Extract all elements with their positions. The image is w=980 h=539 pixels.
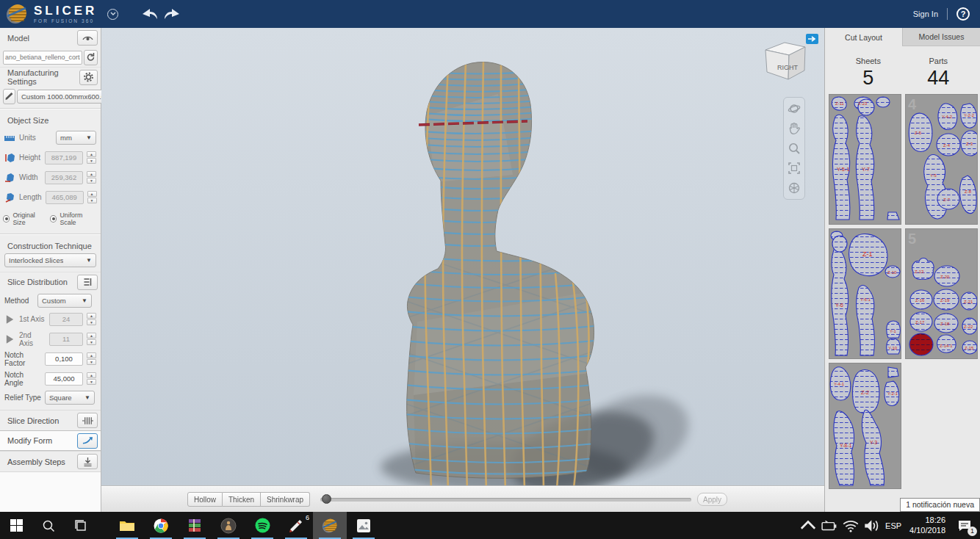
form-amount-slider[interactable] (320, 498, 691, 502)
taskbar-slicer-active[interactable] (313, 512, 347, 539)
length-input[interactable] (46, 191, 84, 204)
modify-form-toolbar: Hollow Thicken Shrinkwrap Apply (101, 486, 824, 512)
wifi-icon[interactable] (843, 518, 859, 533)
taskbar-photos[interactable] (347, 512, 381, 539)
pencil-icon (4, 91, 15, 101)
taskbar-file-explorer[interactable] (110, 512, 144, 539)
undo-button[interactable] (140, 7, 159, 21)
method-label: Method (4, 297, 34, 305)
help-button[interactable]: ? (956, 7, 970, 21)
notification-toast[interactable]: 1 notificación nueva (900, 498, 980, 512)
notch-factor-stepper[interactable]: ▲▼ (87, 352, 96, 365)
height-stepper[interactable]: ▲▼ (87, 151, 96, 164)
tab-cut-layout[interactable]: Cut Layout (825, 28, 902, 46)
list-options-icon (82, 277, 93, 287)
notch-angle-stepper[interactable]: ▲▼ (87, 372, 96, 385)
relief-type-dropdown[interactable]: Square ▼ (45, 391, 95, 405)
assembly-steps-button[interactable] (77, 454, 98, 469)
edit-preset-button[interactable] (3, 89, 15, 104)
sheet-thumbnail-2[interactable]: Z-5 Y-4-2 Y-2-2 Z-4 Z-3 Y-5 Z-7 Z-8 4 (905, 94, 978, 225)
redo-button[interactable] (162, 7, 181, 21)
slice-direction-button[interactable] (77, 413, 98, 428)
zoom-tool-icon[interactable] (788, 142, 801, 155)
start-button[interactable] (0, 512, 32, 539)
parts-count: 44 (927, 67, 949, 90)
method-dropdown[interactable]: Custom ▼ (37, 294, 92, 308)
axis1-input[interactable] (49, 313, 83, 326)
taskbar-sketchup[interactable]: 6 (279, 512, 313, 539)
sheet-thumbnail-4[interactable]: Z-13 Z-20 Z-16 Z-19 Z-21 Z-17 Z-18 Z-22 … (905, 228, 978, 359)
uniform-scale-radio[interactable] (50, 215, 57, 223)
axis2-stepper[interactable]: ▲▼ (87, 333, 96, 345)
taskbar-spotify[interactable] (245, 512, 279, 539)
sidebar-footer (0, 471, 101, 512)
volume-icon[interactable] (864, 518, 880, 533)
manufacturing-settings-button[interactable] (79, 70, 98, 85)
orbit-tool-icon[interactable] (788, 102, 801, 115)
display-settings-icon[interactable] (788, 181, 801, 195)
modify-form-button[interactable] (77, 433, 98, 449)
sheets-stat: Sheets 5 (856, 57, 881, 90)
model-visibility-button[interactable] (77, 30, 98, 46)
slider-handle[interactable] (322, 494, 331, 504)
width-stepper[interactable]: ▲▼ (87, 171, 96, 184)
taskbar-winrar[interactable] (178, 512, 212, 539)
model-reload-button[interactable] (84, 50, 98, 65)
axis2-input[interactable] (49, 333, 83, 346)
modify-form-label: Modify Form (7, 436, 52, 445)
sheet-thumbnail-5[interactable]: Y-4-1 Z-2 Y-2-1 Y-8-1 Y-3 (829, 363, 901, 489)
slice-distribution-options-button[interactable] (77, 275, 98, 290)
thicken-button[interactable]: Thicken (223, 492, 261, 507)
slice-distribution-title: Slice Distribution (3, 278, 68, 286)
task-view-button[interactable] (65, 512, 97, 539)
notch-angle-label: Notch Angle (4, 371, 41, 387)
shrinkwrap-button[interactable]: Shrinkwrap (261, 492, 310, 507)
modify-form-row[interactable]: Modify Form (0, 430, 101, 451)
viewport-3d[interactable]: RIGHT (101, 28, 824, 512)
makehuman-icon (220, 518, 237, 534)
width-input[interactable] (45, 171, 83, 184)
construction-technique-dropdown[interactable]: Interlocked Slices ▼ (4, 253, 96, 267)
svg-text:Z-11: Z-11 (835, 101, 845, 106)
svg-text:Y-4-1: Y-4-1 (834, 382, 845, 386)
svg-text:Z-20: Z-20 (940, 275, 950, 279)
axis1-stepper[interactable]: ▲▼ (87, 313, 96, 325)
arrow-right-icon (808, 36, 816, 42)
taskbar-makehuman[interactable] (212, 512, 245, 539)
taskbar-search-button[interactable] (32, 512, 65, 539)
ruler-icon (4, 133, 15, 143)
height-input[interactable] (45, 151, 83, 164)
slice-direction-row[interactable]: Slice Direction (0, 410, 101, 430)
slice-direction-icon (82, 416, 93, 426)
view-cube[interactable]: RIGHT (765, 43, 805, 79)
units-dropdown[interactable]: mm ▼ (56, 131, 96, 145)
hollow-button[interactable]: Hollow (187, 492, 223, 507)
sheet-thumbnail-1[interactable]: Z-11 Z-23 Y-5-1 Y-7 (829, 94, 901, 225)
action-center-badge: 1 (968, 527, 977, 536)
sign-in-link[interactable]: Sign In (913, 10, 938, 18)
brand-menu-chevron[interactable] (107, 9, 118, 20)
taskbar-clock[interactable]: 18:26 4/10/2018 (907, 516, 948, 536)
svg-text:Z-15: Z-15 (965, 346, 974, 350)
apply-button[interactable]: Apply (697, 493, 727, 506)
construction-technique-title: Construction Technique (0, 237, 101, 253)
notch-angle-input[interactable] (45, 372, 83, 386)
action-center-button[interactable]: 1 (954, 516, 976, 535)
model-name-input[interactable] (3, 51, 82, 65)
bust-model[interactable] (381, 60, 616, 492)
original-size-radio[interactable] (3, 215, 10, 223)
tray-chevron-icon[interactable] (800, 518, 816, 533)
length-stepper[interactable]: ▲▼ (87, 191, 97, 203)
sheet-thumbnail-3[interactable]: Z-1 Z-10 Y-6 Y-6-1 Y-1 Y-10 (829, 228, 901, 359)
assembly-steps-row[interactable]: Assembly Steps (0, 451, 101, 471)
keyboard-language[interactable]: ESP (885, 521, 901, 530)
svg-text:Y-8-1: Y-8-1 (840, 443, 852, 448)
panel-collapse-button[interactable] (806, 34, 818, 44)
battery-icon[interactable] (821, 518, 837, 533)
fit-view-icon[interactable] (788, 162, 801, 175)
height-dimension-icon (4, 153, 15, 163)
notch-factor-input[interactable] (45, 352, 83, 366)
pan-tool-icon[interactable] (788, 122, 801, 135)
tab-model-issues[interactable]: Model Issues (902, 28, 980, 46)
taskbar-chrome[interactable] (144, 512, 178, 539)
